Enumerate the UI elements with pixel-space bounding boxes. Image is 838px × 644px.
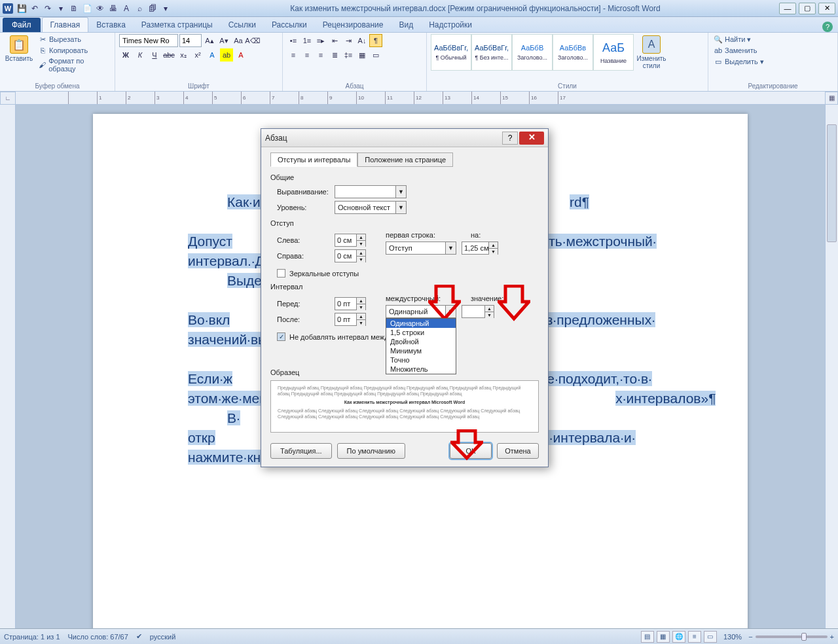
text-effects-icon[interactable]: A	[206, 48, 219, 62]
help-icon[interactable]: ?	[822, 22, 833, 32]
italic-icon[interactable]: К	[134, 48, 147, 62]
view-fullscreen[interactable]: ▦	[657, 631, 670, 643]
change-styles-button[interactable]: AИзменить стили	[636, 34, 666, 71]
strike-icon[interactable]: abc	[162, 48, 175, 62]
tab-mailings[interactable]: Рассылки	[264, 18, 315, 32]
zoom-level[interactable]: 130%	[723, 633, 742, 641]
paste-button[interactable]: 📋 Вставить	[4, 34, 34, 63]
dialog-close-button[interactable]: ✕	[519, 132, 544, 145]
dialog-help-button[interactable]: ?	[502, 132, 518, 145]
tab-references[interactable]: Ссылки	[221, 18, 264, 32]
qat-btn[interactable]: ⌕	[134, 3, 145, 14]
format-painter-button[interactable]: 🖌Формат по образцу	[37, 56, 111, 73]
view-web[interactable]: 🌐	[672, 631, 685, 643]
vertical-ruler[interactable]	[0, 105, 16, 628]
view-outline[interactable]: ≡	[688, 631, 701, 643]
dialog-tab-position[interactable]: Положение на странице	[357, 152, 453, 167]
subscript-icon[interactable]: x₂	[177, 48, 190, 62]
qat-btn[interactable]: A	[120, 3, 132, 14]
qat-btn[interactable]: 🖶	[107, 3, 119, 14]
change-case-icon[interactable]: Aa	[232, 34, 245, 47]
zoom-slider[interactable]	[756, 635, 828, 638]
option-single[interactable]: Одинарный	[386, 319, 456, 328]
style-heading1[interactable]: АаБбВЗаголово...	[512, 34, 553, 71]
align-center-icon[interactable]: ≡	[301, 48, 314, 62]
qat-btn[interactable]: 🗐	[147, 3, 158, 14]
option-double[interactable]: Двойной	[386, 337, 456, 346]
linespacing-value-spinner[interactable]: ▲▼	[462, 305, 494, 318]
redo-icon[interactable]: ↷	[42, 3, 54, 14]
close-button[interactable]: ✕	[818, 3, 835, 14]
font-name-combo[interactable]	[119, 34, 178, 47]
status-page[interactable]: Страница: 1 из 1	[4, 633, 60, 641]
select-button[interactable]: ▭Выделить ▾	[712, 56, 765, 67]
find-button[interactable]: 🔍Найти ▾	[712, 34, 765, 45]
view-draft[interactable]: ▭	[704, 631, 717, 643]
tab-view[interactable]: Вид	[391, 18, 421, 32]
clear-format-icon[interactable]: A⌫	[246, 34, 259, 47]
left-indent-spinner[interactable]: 0 см▲▼	[335, 234, 366, 247]
option-1-5[interactable]: 1,5 строки	[386, 328, 456, 337]
option-minimum[interactable]: Минимум	[386, 346, 456, 355]
justify-icon[interactable]: ≣	[328, 48, 341, 62]
no-space-checkbox[interactable]	[277, 332, 285, 341]
space-before-spinner[interactable]: 0 пт▲▼	[335, 297, 366, 310]
dialog-titlebar[interactable]: Абзац ? ✕	[261, 129, 548, 147]
qat-btn[interactable]: ▾	[55, 3, 67, 14]
align-left-icon[interactable]: ≡	[287, 48, 300, 62]
right-indent-spinner[interactable]: 0 см▲▼	[335, 249, 366, 262]
tab-file[interactable]: Файл	[3, 18, 41, 32]
shading-icon[interactable]: ▦	[355, 48, 369, 62]
show-marks-icon[interactable]: ¶	[369, 34, 382, 47]
bold-icon[interactable]: Ж	[119, 48, 132, 62]
tab-review[interactable]: Рецензирование	[315, 18, 392, 32]
ok-button[interactable]: ОК	[450, 443, 492, 459]
ruler-corner[interactable]: ∟	[0, 92, 16, 105]
cancel-button[interactable]: Отмена	[497, 443, 539, 459]
style-normal[interactable]: АаБбВвГг,¶ Обычный	[431, 34, 471, 71]
view-print-layout[interactable]: ▤	[641, 631, 654, 643]
status-words[interactable]: Число слов: 67/67	[68, 633, 128, 641]
horizontal-ruler[interactable]: 1234567891011121314151617	[16, 92, 825, 105]
linespacing-dropdown[interactable]: Одинарный 1,5 строки Двойной Минимум Точ…	[386, 318, 456, 374]
style-heading2[interactable]: АаБбВвЗаголово...	[553, 34, 593, 71]
maximize-button[interactable]: ▢	[799, 3, 816, 14]
dialog-tab-indents[interactable]: Отступы и интервалы	[270, 152, 357, 167]
minimize-button[interactable]: —	[779, 3, 796, 14]
zoom-in[interactable]: +	[830, 633, 834, 641]
qat-more-icon[interactable]: ▾	[160, 3, 172, 14]
option-multiple[interactable]: Множитель	[386, 365, 456, 374]
style-title[interactable]: АаБНазвание	[593, 34, 634, 71]
tab-insert[interactable]: Вставка	[88, 18, 134, 32]
tabs-button[interactable]: Табуляция...	[270, 443, 332, 459]
zoom-out[interactable]: −	[748, 633, 752, 641]
superscript-icon[interactable]: x²	[191, 48, 204, 62]
tab-addins[interactable]: Надстройки	[421, 18, 480, 32]
qat-btn[interactable]: 📄	[81, 3, 93, 14]
space-after-spinner[interactable]: 0 пт▲▼	[335, 313, 366, 326]
ruler-toggle[interactable]: ▦	[825, 92, 838, 105]
shrink-font-icon[interactable]: A▾	[217, 34, 230, 47]
mirror-indents-checkbox[interactable]	[277, 269, 285, 277]
decrease-indent-icon[interactable]: ⇤	[328, 34, 341, 47]
firstline-combo[interactable]: Отступ▼	[386, 241, 456, 255]
qat-btn[interactable]: 🗎	[68, 3, 80, 14]
qat-btn[interactable]: 👁	[94, 3, 106, 14]
style-nospacing[interactable]: АаБбВвГг,¶ Без инте...	[471, 34, 512, 71]
sort-icon[interactable]: A↓	[355, 34, 369, 47]
underline-icon[interactable]: Ч	[148, 48, 161, 62]
numbering-icon[interactable]: 1≡	[301, 34, 314, 47]
font-size-combo[interactable]	[179, 34, 202, 47]
tab-layout[interactable]: Разметка страницы	[134, 18, 221, 32]
undo-icon[interactable]: ↶	[29, 3, 41, 14]
replace-button[interactable]: abЗаменить	[712, 45, 765, 56]
grow-font-icon[interactable]: A▴	[203, 34, 216, 47]
alignment-combo[interactable]: ▼	[335, 185, 407, 198]
scroll-thumb[interactable]	[827, 124, 837, 242]
line-spacing-icon[interactable]: ‡≡	[342, 48, 355, 62]
default-button[interactable]: По умолчанию	[337, 443, 405, 459]
copy-button[interactable]: ⎘Копировать	[37, 45, 111, 56]
cut-button[interactable]: ✂Вырезать	[37, 34, 111, 45]
outline-level-combo[interactable]: Основной текст▼	[335, 201, 407, 214]
linespacing-combo[interactable]: Одинарный▼	[386, 305, 456, 318]
